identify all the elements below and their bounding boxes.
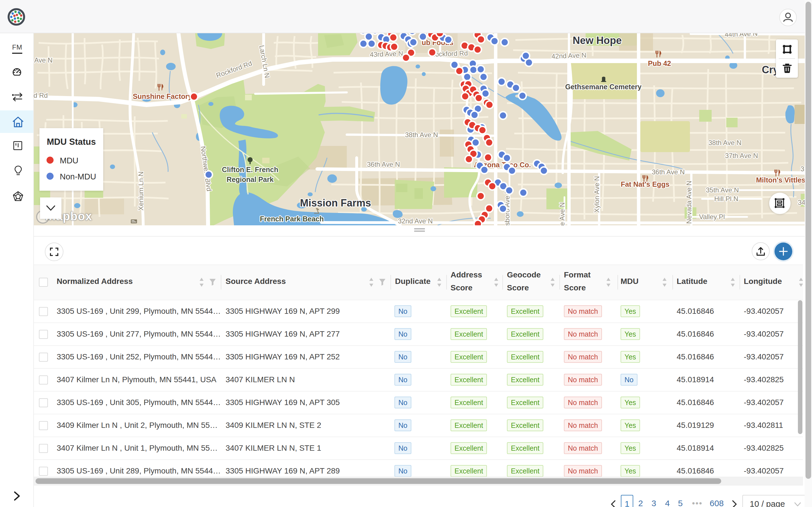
svg-text:42nd Ave N: 42nd Ave N: [551, 51, 587, 60]
svg-text:36th Ave N: 36th Ave N: [652, 168, 685, 176]
svg-text:Sunshine Factory: Sunshine Factory: [133, 93, 192, 100]
svg-text:37th Ave N: 37th Ave N: [725, 152, 758, 159]
svg-text:French Park Beach: French Park Beach: [260, 215, 324, 223]
svg-text:Xenium Ln N: Xenium Ln N: [137, 172, 145, 211]
svg-text:Nevada Ave N: Nevada Ave N: [685, 181, 693, 224]
svg-text:Gethsemane Cemetery: Gethsemane Cemetery: [565, 83, 642, 91]
svg-text:Pub 42: Pub 42: [648, 59, 671, 67]
svg-text:43rd Ave N: 43rd Ave N: [370, 50, 403, 58]
svg-text:Ave N: Ave N: [35, 56, 53, 64]
svg-text:Valley Pl: Valley Pl: [699, 213, 725, 221]
svg-text:Hill Pl N: Hill Pl N: [714, 195, 738, 203]
svg-text:Xylon Ave N: Xylon Ave N: [593, 176, 601, 213]
svg-text:Regional Park: Regional Park: [227, 175, 274, 183]
svg-text:Fat Nat's Eggs: Fat Nat's Eggs: [621, 180, 670, 188]
svg-text:36th Ave N: 36th Ave N: [367, 161, 400, 168]
svg-text:Mission Farms: Mission Farms: [300, 197, 371, 209]
svg-text:e Ave N: e Ave N: [558, 202, 566, 225]
svg-text:New Hope: New Hope: [573, 35, 622, 46]
svg-text:Clifton E. French: Clifton E. French: [222, 166, 278, 173]
svg-text:34: 34: [798, 199, 805, 206]
svg-text:d Rd: d Rd: [34, 92, 48, 99]
svg-text:38th Ave N: 38th Ave N: [405, 131, 438, 138]
svg-text:Milton's Vittles: Milton's Vittles: [756, 176, 805, 184]
svg-text:35th Ave N: 35th Ave N: [706, 186, 739, 194]
svg-text:32nd Ave N: 32nd Ave N: [398, 217, 433, 225]
svg-text:38th Ave N: 38th Ave N: [709, 139, 742, 147]
svg-text:3: 3: [801, 165, 804, 173]
